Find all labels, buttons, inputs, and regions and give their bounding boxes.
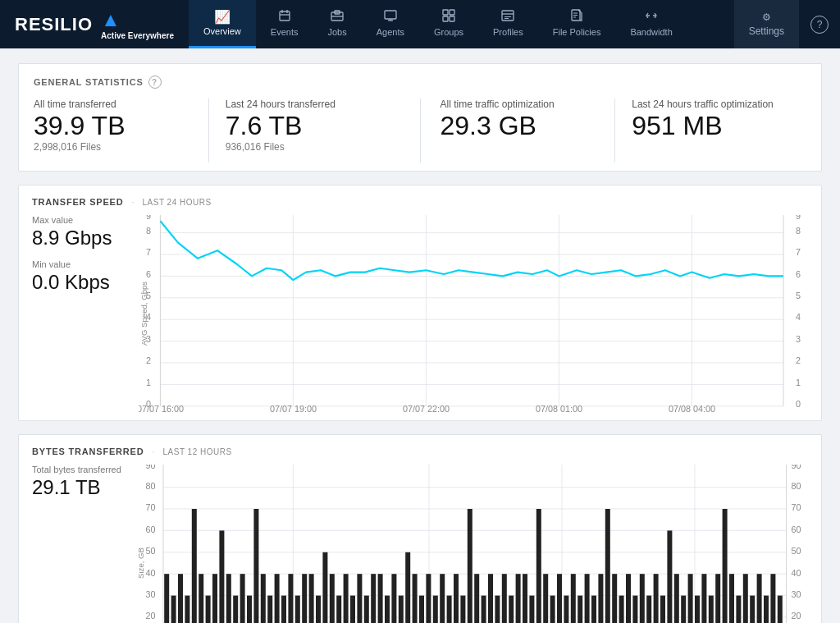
nav-events[interactable]: Events — [256, 0, 313, 48]
transfer-speed-card: TRANSFER SPEED · LAST 24 HOURS Max value… — [18, 185, 822, 421]
svg-rect-123 — [391, 574, 396, 623]
nav-groups[interactable]: Groups — [419, 0, 478, 48]
overview-icon: 📈 — [214, 11, 231, 24]
svg-text:AVG Speed, Gbps: AVG Speed, Gbps — [139, 282, 148, 346]
svg-rect-136 — [482, 596, 486, 623]
svg-text:30: 30 — [145, 589, 155, 599]
svg-rect-106 — [275, 574, 280, 623]
svg-rect-175 — [750, 596, 755, 623]
all-time-traffic-label: All time traffic optimization — [441, 98, 599, 110]
svg-rect-177 — [764, 596, 769, 623]
transfer-speed-svg: 0 1 2 3 4 5 6 7 8 9 AVG Speed, Gbps — [139, 215, 808, 412]
svg-text:40: 40 — [792, 568, 801, 578]
settings-icon: ⚙ — [762, 11, 771, 23]
svg-rect-145 — [543, 574, 548, 623]
svg-rect-170 — [715, 574, 720, 623]
svg-rect-135 — [474, 574, 479, 623]
total-bytes-label: Total bytes transferred — [32, 465, 127, 474]
svg-rect-124 — [399, 596, 404, 623]
svg-text:07/08 01:00: 07/08 01:00 — [536, 404, 582, 412]
svg-rect-111 — [309, 574, 314, 623]
svg-rect-174 — [743, 574, 748, 623]
jobs-label: Jobs — [327, 27, 346, 37]
svg-text:30: 30 — [792, 589, 801, 599]
nav-items: 📈 Overview Events Jo — [189, 0, 840, 48]
nav-overview[interactable]: 📈 Overview — [189, 0, 256, 48]
svg-rect-120 — [371, 574, 376, 623]
svg-rect-176 — [757, 574, 762, 623]
dot-separator: · — [131, 197, 134, 207]
svg-rect-147 — [557, 574, 562, 623]
svg-rect-94 — [192, 509, 197, 623]
bar-group — [164, 509, 783, 623]
svg-rect-179 — [778, 596, 783, 623]
transfer-speed-legend: Max value 8.9 Gbps Min value 0.0 Kbps — [32, 215, 139, 412]
svg-rect-160 — [646, 596, 651, 623]
general-statistics-help-icon[interactable]: ? — [148, 76, 162, 89]
all-time-transferred-sub: 2,998,016 Files — [34, 141, 192, 153]
nav-profiles[interactable]: Profiles — [478, 0, 538, 48]
svg-rect-11 — [450, 10, 454, 15]
nav-agents[interactable]: Agents — [362, 0, 419, 48]
bytes-transferred-svg: 0 10 20 30 40 50 60 70 80 90 Size, GB — [139, 465, 808, 623]
svg-text:3: 3 — [796, 334, 801, 344]
svg-rect-140 — [509, 596, 514, 623]
svg-text:6: 6 — [146, 269, 151, 279]
svg-rect-173 — [736, 596, 741, 623]
nav-jobs[interactable]: Jobs — [313, 0, 361, 48]
svg-rect-128 — [426, 574, 431, 623]
bytes-transferred-subtitle: LAST 12 HOURS — [163, 447, 232, 456]
all-time-transferred-value: 39.9 TB — [34, 112, 192, 140]
svg-text:80: 80 — [792, 481, 801, 491]
svg-rect-126 — [413, 574, 418, 623]
svg-rect-171 — [723, 509, 728, 623]
svg-rect-121 — [378, 574, 383, 623]
svg-text:9: 9 — [146, 215, 151, 221]
nav-settings[interactable]: ⚙ Settings — [734, 0, 799, 48]
svg-rect-130 — [440, 574, 445, 623]
bytes-transferred-legend: Total bytes transferred 29.1 TB — [32, 465, 139, 623]
help-icon: ? — [810, 16, 829, 34]
svg-rect-113 — [322, 552, 327, 623]
svg-rect-165 — [681, 596, 686, 623]
svg-rect-104 — [261, 574, 266, 623]
last24-traffic: Last 24 hours traffic optimization 951 M… — [632, 98, 806, 163]
svg-text:90: 90 — [792, 465, 801, 470]
nav-help[interactable]: ? — [799, 0, 840, 48]
svg-rect-107 — [281, 596, 286, 623]
events-icon — [278, 9, 291, 25]
svg-text:Size, GB: Size, GB — [139, 547, 145, 579]
profiles-label: Profiles — [493, 27, 523, 37]
bandwidth-label: Bandwidth — [630, 27, 672, 37]
svg-rect-133 — [460, 596, 465, 623]
svg-rect-118 — [357, 574, 362, 623]
svg-rect-13 — [450, 16, 454, 21]
svg-rect-132 — [454, 574, 459, 623]
svg-rect-103 — [253, 509, 258, 623]
nav-bandwidth[interactable]: Bandwidth — [615, 0, 687, 48]
transfer-speed-body: Max value 8.9 Gbps Min value 0.0 Kbps 0 … — [32, 215, 808, 412]
settings-label: Settings — [749, 25, 784, 37]
svg-rect-116 — [344, 574, 349, 623]
svg-rect-112 — [316, 596, 321, 623]
svg-rect-105 — [267, 596, 272, 623]
svg-text:60: 60 — [145, 525, 155, 534]
svg-rect-158 — [632, 596, 637, 623]
active-everywhere-text: Active Everywhere — [101, 31, 174, 40]
svg-text:40: 40 — [145, 568, 155, 578]
bytes-transferred-header: BYTES TRANSFERRED · LAST 12 HOURS — [32, 447, 808, 456]
general-statistics-title: GENERAL STATISTICS ? — [34, 76, 806, 89]
svg-rect-93 — [185, 596, 189, 623]
svg-rect-150 — [578, 596, 582, 623]
svg-text:90: 90 — [145, 465, 155, 470]
nav-filepolicies[interactable]: File Policies — [538, 0, 616, 48]
last24-transferred-sub: 936,016 Files — [226, 141, 384, 153]
svg-rect-97 — [212, 574, 217, 623]
agents-icon — [384, 9, 397, 25]
svg-rect-139 — [502, 574, 507, 623]
bytes-transferred-chart: 0 10 20 30 40 50 60 70 80 90 Size, GB — [139, 465, 808, 623]
svg-text:50: 50 — [145, 546, 155, 556]
speed-line — [160, 221, 783, 280]
svg-rect-100 — [233, 596, 238, 623]
svg-rect-152 — [591, 596, 596, 623]
